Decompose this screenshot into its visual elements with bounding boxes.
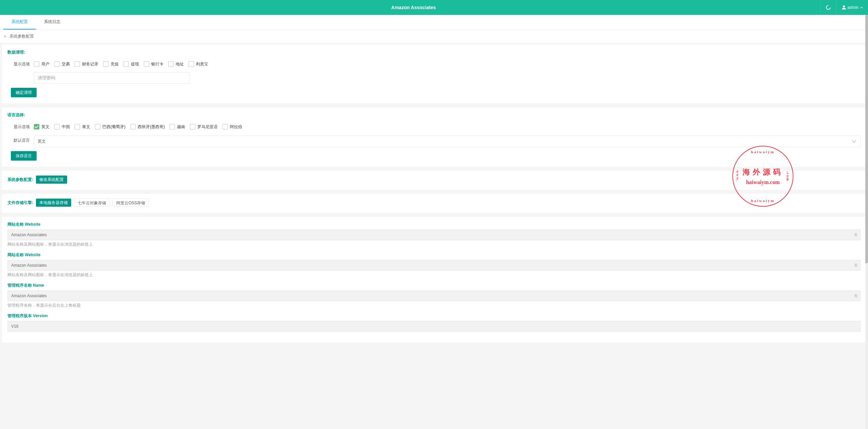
admin-name-input[interactable] [7, 290, 861, 301]
checkbox-box-icon [168, 61, 174, 67]
field-label: 网站名称 Website [7, 222, 861, 227]
admin-version-input[interactable] [7, 321, 861, 332]
checkbox-box-icon [130, 124, 136, 129]
checkbox-label: 越南 [177, 124, 185, 130]
checkbox-clean-option[interactable]: 交易 [54, 61, 70, 67]
chevron-up-icon [860, 7, 863, 9]
checkbox-box-icon [123, 61, 129, 67]
checkbox-label: 西班牙(墨西哥) [138, 124, 165, 130]
field-website-1: 网站名称 Website ⎘ 网站名称及网站图标，将显示在浏览器的标签上 [7, 222, 861, 247]
confirm-clean-button[interactable]: 确定清理 [11, 88, 37, 97]
checkbox-box-icon [189, 61, 194, 67]
checkbox-label: 巴西(葡萄牙) [102, 124, 125, 130]
field-label: 网站名称 Website [7, 252, 861, 258]
field-hint: 网站名称及网站图标，将显示在浏览器的标签上 [7, 242, 861, 247]
save-language-button[interactable]: 保存语言 [11, 151, 37, 161]
tabs: 系统配置 系统日志 [0, 15, 868, 30]
row-default-lang: 默认语言 英文 [7, 136, 861, 147]
checkbox-label: 阿拉伯 [230, 124, 242, 130]
checkbox-clean-option[interactable]: 财务记录 [75, 61, 98, 67]
tab-system-config[interactable]: 系统配置 [3, 15, 36, 29]
panel-site-info: 网站名称 Website ⎘ 网站名称及网站图标，将显示在浏览器的标签上 网站名… [2, 217, 866, 343]
checkbox-lang-option[interactable]: 西班牙(墨西哥) [130, 124, 165, 130]
checkbox-lang-option[interactable]: 泰文 [75, 124, 90, 130]
copy-icon[interactable]: ⎘ [855, 260, 857, 271]
field-admin-version: 管理程序版本 Version [7, 313, 861, 332]
clean-password-input[interactable] [34, 72, 190, 84]
scrollbar-thumb[interactable] [865, 15, 868, 263]
website-name-input[interactable] [7, 229, 861, 240]
copy-icon[interactable]: ⎘ [855, 290, 857, 301]
checkbox-label: 充值 [111, 61, 119, 67]
field-hint: 管理程序名称，将显示在后台左上角标题 [7, 303, 861, 308]
field-hint: 网站名称及网站图标，将显示在浏览器的标签上 [7, 272, 861, 278]
tab-system-log[interactable]: 系统日志 [36, 15, 68, 29]
checkbox-clean-option[interactable]: 充值 [103, 61, 119, 67]
panel-title-language: 语言选择: [7, 112, 861, 118]
checkbox-box-icon [75, 61, 80, 67]
storage-engine-button[interactable]: 本地服务器存储 [36, 199, 71, 207]
checkbox-box-icon [144, 61, 149, 67]
panel-language: 语言选择: 显示选项 英文中国泰文巴西(葡萄牙)西班牙(墨西哥)越南罗马尼亚语阿… [2, 107, 866, 167]
panel-title-storage: 文件存储引擎: [7, 200, 33, 206]
row-clean-options: 显示选项 用户交易财务记录充值提现银行卡地址利息宝 [7, 59, 861, 84]
checkbox-label: 罗马尼亚语 [197, 124, 218, 130]
checkbox-label: 泰文 [82, 124, 90, 130]
field-website-2: 网站名称 Website ⎘ 网站名称及网站图标，将显示在浏览器的标签上 [7, 252, 861, 278]
checkbox-lang-option[interactable]: 越南 [170, 124, 185, 130]
label-clean-options: 显示选项 [7, 59, 34, 69]
user-name: admin [847, 5, 859, 10]
checkbox-label: 交易 [62, 61, 70, 67]
control-clean-options: 用户交易财务记录充值提现银行卡地址利息宝 [34, 59, 861, 84]
field-label: 管理程序版本 Version [7, 313, 861, 319]
user-menu[interactable]: admin [836, 0, 868, 15]
breadcrumb-text: 系统参数配置 [9, 34, 34, 39]
checkbox-lang-option[interactable]: 中国 [54, 124, 70, 130]
checkbox-box-icon [95, 124, 100, 129]
field-admin-name: 管理程序名称 Name ⎘ 管理程序名称，将显示在后台左上角标题 [7, 283, 861, 308]
panel-system-param: 系统参数配置: 修改系统配置 [2, 171, 866, 190]
checkbox-box-icon [54, 124, 60, 129]
checkbox-box-icon [103, 61, 108, 67]
app-title: Amazon Associates [7, 5, 820, 10]
checkbox-clean-option[interactable]: 银行卡 [144, 61, 163, 67]
copy-icon[interactable]: ⎘ [855, 229, 857, 240]
storage-button-group: 本地服务器存储七牛云对象存储阿里云OSS存储 [36, 199, 149, 207]
checkbox-label: 财务记录 [82, 61, 98, 67]
checkbox-lang-option[interactable]: 英文 [34, 124, 50, 130]
lang-checkbox-row: 英文中国泰文巴西(葡萄牙)西班牙(墨西哥)越南罗马尼亚语阿拉伯 [34, 122, 861, 131]
edit-system-config-button[interactable]: 修改系统配置 [36, 176, 67, 184]
checkbox-label: 地址 [176, 61, 184, 67]
refresh-icon [825, 4, 832, 11]
website-name-input-2[interactable] [7, 260, 861, 271]
checkbox-box-icon [170, 124, 175, 129]
checkbox-label: 提现 [131, 61, 139, 67]
label-default-lang: 默认语言 [7, 136, 34, 145]
content: 数据清理: 显示选项 用户交易财务记录充值提现银行卡地址利息宝 确定清理 语言选… [0, 43, 868, 349]
storage-engine-button[interactable]: 七牛云对象存储 [74, 199, 110, 207]
user-icon [842, 5, 846, 9]
refresh-button[interactable] [820, 0, 836, 15]
breadcrumb-arrow-icon [4, 34, 8, 39]
panel-data-clean: 数据清理: 显示选项 用户交易财务记录充值提现银行卡地址利息宝 确定清理 [2, 45, 866, 103]
checkbox-lang-option[interactable]: 阿拉伯 [222, 124, 242, 130]
checkbox-lang-option[interactable]: 巴西(葡萄牙) [95, 124, 125, 130]
checkbox-clean-option[interactable]: 地址 [168, 61, 184, 67]
checkbox-box-icon [54, 61, 60, 67]
checkbox-clean-option[interactable]: 提现 [123, 61, 139, 67]
panel-title-data-clean: 数据清理: [7, 49, 861, 55]
checkbox-box-icon [190, 124, 195, 129]
checkbox-clean-option[interactable]: 利息宝 [189, 61, 208, 67]
storage-engine-button[interactable]: 阿里云OSS存储 [113, 199, 149, 207]
checkbox-lang-option[interactable]: 罗马尼亚语 [190, 124, 218, 130]
checkbox-clean-option[interactable]: 用户 [34, 61, 50, 67]
field-label: 管理程序名称 Name [7, 283, 861, 288]
row-lang-options: 显示选项 英文中国泰文巴西(葡萄牙)西班牙(墨西哥)越南罗马尼亚语阿拉伯 [7, 122, 861, 131]
checkbox-box-icon [34, 124, 39, 129]
scrollbar[interactable] [865, 15, 868, 349]
default-lang-select[interactable]: 英文 [34, 136, 861, 147]
header-right: admin [820, 0, 868, 15]
checkbox-label: 银行卡 [151, 61, 163, 67]
clean-checkbox-row: 用户交易财务记录充值提现银行卡地址利息宝 [34, 59, 861, 69]
chevron-down-icon [852, 139, 856, 142]
